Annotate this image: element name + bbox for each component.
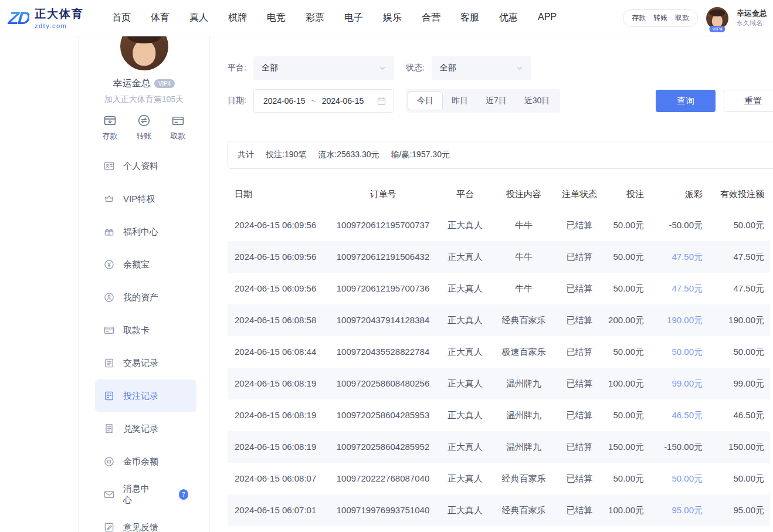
sidebar-item-prize-records[interactable]: 兑奖记录 xyxy=(95,412,196,445)
nav-item-service[interactable]: 客服 xyxy=(460,12,479,24)
sidebar-item-vip[interactable]: VIP特权 xyxy=(95,182,196,215)
cell-bet: 100.00元 xyxy=(606,368,650,399)
sidebar-item-messages[interactable]: 消息中心7 xyxy=(95,478,196,511)
nav-item-live[interactable]: 真人 xyxy=(189,12,208,24)
bank-card-icon xyxy=(103,324,115,336)
cell-payout: 95.00元 xyxy=(650,494,708,526)
cell-date: 2024-06-15 06:08:58 xyxy=(228,304,330,336)
unread-count-badge: 7 xyxy=(179,489,188,500)
cell-date: 2024-06-15 06:09:56 xyxy=(228,209,330,241)
nav-item-partner[interactable]: 合营 xyxy=(422,12,440,24)
cell-valid: 47.50元 xyxy=(708,273,770,304)
profile-name-row: 幸运金总 VIP4 xyxy=(113,77,175,90)
receipt-icon xyxy=(103,423,115,435)
sidebar: 幸运金总 VIP4 加入正大体育第105天 存款转账取款 个人资料VIP特权福利… xyxy=(78,36,210,532)
sidebar-item-feedback[interactable]: 意见反馈 xyxy=(95,511,196,532)
nav-item-esports[interactable]: 电竞 xyxy=(267,12,286,24)
cell-platform: 正大真人 xyxy=(436,431,494,463)
profile-quick-actions: 存款转账取款 xyxy=(103,113,186,141)
table-row: 2024-06-15 06:08:441009720435528822784正大… xyxy=(228,336,770,368)
gift-icon xyxy=(103,226,115,238)
nav-item-chess[interactable]: 棋牌 xyxy=(228,12,247,24)
cell-date: 2024-06-15 06:08:07 xyxy=(228,463,330,494)
cell-platform: 正大真人 xyxy=(436,273,494,304)
nav-item-home[interactable]: 首页 xyxy=(112,12,131,24)
user-vip-badge: VIP4 xyxy=(709,26,725,32)
reset-button[interactable]: 重置 xyxy=(724,90,773,112)
brand-domain: zdty.com xyxy=(35,22,84,29)
sidebar-item-yuebao[interactable]: 余额宝 xyxy=(95,248,196,281)
sidebar-item-welfare[interactable]: 福利中心 xyxy=(95,215,196,248)
table-row: 2024-06-15 06:08:191009720258608480256正大… xyxy=(228,368,770,399)
cell-content: 温州牌九 xyxy=(494,368,553,399)
sidebar-item-label: 消息中心 xyxy=(123,483,155,506)
quick-action-label: 取款 xyxy=(171,131,186,141)
column-header-7: 有效投注额 xyxy=(708,178,770,210)
query-button[interactable]: 查询 xyxy=(656,90,716,112)
date-separator: ~ xyxy=(311,96,316,106)
cell-content: 牛牛 xyxy=(494,241,553,273)
cell-order: 1009720258604285952 xyxy=(330,431,436,463)
range-yesterday[interactable]: 昨日 xyxy=(443,92,477,110)
doc-lines-icon xyxy=(103,357,115,369)
cell-valid: 50.00元 xyxy=(708,336,770,368)
nav-item-slots[interactable]: 电子 xyxy=(344,12,363,24)
cell-status: 已结算 xyxy=(553,304,606,336)
summary-bar: 共计 投注:190笔 流水:25633.30元 输/赢:1957.30元 xyxy=(228,141,773,169)
cell-payout: 47.50元 xyxy=(650,273,708,304)
cell-platform: 正大真人 xyxy=(436,399,494,431)
cell-bet: 50.00元 xyxy=(606,273,650,304)
wallet-quick-links: 存款转账取款 xyxy=(623,9,698,27)
cell-status: 已结算 xyxy=(553,273,606,304)
nav-item-promos[interactable]: 优惠 xyxy=(499,12,518,24)
calendar-icon xyxy=(377,96,386,106)
permanent-domain-note: 永久域名: xyxy=(737,19,767,28)
cell-bet: 50.00元 xyxy=(606,209,650,241)
sidebar-item-label: 福利中心 xyxy=(123,226,158,238)
cell-bet: 150.00元 xyxy=(606,431,650,463)
topbar-user-area: 存款转账取款 VIP4 幸运金总 永久域名: xyxy=(623,7,767,29)
nav-item-lottery[interactable]: 彩票 xyxy=(306,12,324,24)
sidebar-item-assets[interactable]: 我的资产 xyxy=(95,281,196,314)
quick-action-transfer[interactable]: 转账 xyxy=(137,113,152,141)
sidebar-item-bet-records[interactable]: 投注记录 xyxy=(95,379,196,412)
cell-date: 2024-06-15 06:08:19 xyxy=(228,399,330,431)
status-select[interactable]: 全部 xyxy=(432,56,531,80)
nav-item-entertainment[interactable]: 娱乐 xyxy=(383,12,402,24)
nav-item-app[interactable]: APP xyxy=(538,12,557,24)
quick-action-withdraw[interactable]: 取款 xyxy=(171,113,186,141)
doc-grid-icon xyxy=(103,390,115,402)
quick-action-label: 转账 xyxy=(137,131,152,141)
chevron-down-icon xyxy=(378,63,387,73)
sidebar-item-transactions[interactable]: 交易记录 xyxy=(95,347,196,379)
wallet-link-transfer[interactable]: 转账 xyxy=(653,13,667,23)
wallet-link-withdraw[interactable]: 取款 xyxy=(675,13,689,23)
range-last7[interactable]: 近7日 xyxy=(477,92,516,110)
table-row: 2024-06-15 06:09:561009720612191506432正大… xyxy=(228,241,770,273)
sidebar-item-label: 金币余额 xyxy=(123,456,158,467)
cell-order: 1009719976993751040 xyxy=(330,494,436,526)
wallet-link-deposit[interactable]: 存款 xyxy=(632,13,646,23)
date-quick-ranges: 今日昨日近7日近30日 xyxy=(406,89,560,113)
withdraw-icon xyxy=(171,113,185,128)
brand-logo[interactable]: ZD 正大体育 zdty.com xyxy=(8,6,84,29)
brand-name: 正大体育 xyxy=(35,6,84,22)
range-today[interactable]: 今日 xyxy=(408,92,443,110)
nav-item-sports[interactable]: 体育 xyxy=(151,12,169,24)
cell-date: 2024-06-15 06:09:56 xyxy=(228,273,330,304)
sidebar-item-label: 个人资料 xyxy=(123,161,158,172)
sidebar-item-profile[interactable]: 个人资料 xyxy=(95,150,196,182)
cell-order: 1009720222768087040 xyxy=(330,463,436,494)
cell-content: 极速百家乐 xyxy=(494,336,553,368)
date-range-picker[interactable]: 2024-06-15 ~ 2024-06-15 xyxy=(253,89,394,113)
column-header-2: 平台 xyxy=(436,178,494,210)
platform-select[interactable]: 全部 xyxy=(253,56,394,80)
sidebar-item-withdraw-card[interactable]: 取款卡 xyxy=(95,314,196,347)
profile-vip-badge: VIP4 xyxy=(154,79,175,88)
column-header-1: 订单号 xyxy=(330,178,436,210)
platform-filter-label: 平台: xyxy=(228,63,246,73)
sidebar-item-coin-balance[interactable]: 金币余额 xyxy=(95,445,196,478)
quick-action-deposit[interactable]: 存款 xyxy=(103,113,118,141)
cell-platform: 正大真人 xyxy=(436,368,494,399)
range-last30[interactable]: 近30日 xyxy=(516,92,559,110)
